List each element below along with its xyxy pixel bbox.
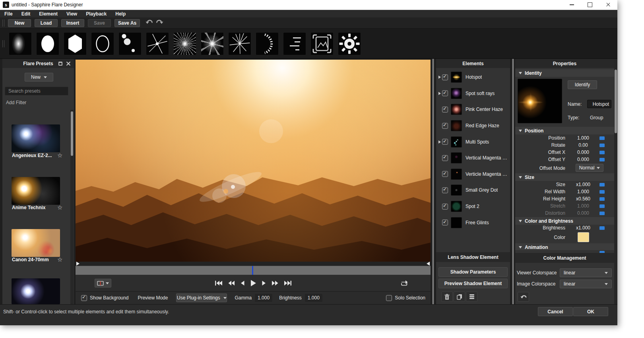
window-minimize-button[interactable] [563, 0, 581, 10]
range-marker-strip[interactable] [76, 262, 431, 266]
fast-forward-button[interactable] [272, 280, 279, 286]
expand-arrow-icon[interactable] [438, 140, 441, 144]
element-visibility-checkbox[interactable] [442, 187, 448, 193]
duplicate-element-button[interactable] [454, 291, 465, 302]
element-row[interactable]: Vertical Magenta Dots [436, 150, 510, 166]
add-filter-link[interactable]: Add Filter [6, 100, 26, 105]
timeline-track[interactable] [76, 266, 431, 275]
load-button[interactable]: Load [35, 19, 58, 27]
show-background-checkbox[interactable] [81, 295, 87, 301]
settings-gear-icon[interactable] [338, 32, 361, 55]
element-visibility-checkbox[interactable] [442, 139, 448, 145]
elements-properties-splitter[interactable] [512, 59, 514, 304]
preset-thumbnail[interactable] [12, 229, 60, 257]
element-visibility-checkbox[interactable] [442, 204, 448, 210]
element-row[interactable]: Pink Center Haze [436, 101, 510, 118]
ring-element-icon[interactable] [91, 32, 114, 55]
preset-new-dropdown[interactable]: New [25, 73, 53, 82]
color-brightness-section-header[interactable]: Color and Brightness [515, 217, 614, 225]
color-swatch[interactable] [578, 232, 589, 242]
shadow-parameters-button[interactable]: Shadow Parameters [438, 267, 508, 277]
glow-element-icon[interactable] [9, 32, 32, 55]
playhead[interactable] [252, 266, 253, 275]
element-row[interactable]: Red Edge Haze [436, 118, 510, 134]
element-visibility-checkbox[interactable] [442, 220, 448, 225]
param-value[interactable]: 1.000 [570, 189, 596, 194]
param-value[interactable]: x1.000 [570, 182, 596, 187]
panel-close-icon[interactable] [66, 61, 71, 66]
glint-element-icon[interactable] [146, 32, 169, 55]
window-close-button[interactable] [599, 0, 617, 10]
circle-element-icon[interactable] [36, 32, 59, 55]
menu-playback[interactable]: Playback [81, 11, 111, 17]
float-panel-icon[interactable] [58, 61, 63, 66]
preview-mode-dropdown[interactable]: Use Plug-in Settings [176, 293, 227, 302]
name-field[interactable]: Hotspot [587, 100, 611, 108]
identity-section-header[interactable]: Identity [515, 69, 614, 77]
element-visibility-checkbox[interactable] [442, 155, 448, 161]
hexagon-element-icon[interactable] [64, 32, 87, 55]
preset-name[interactable]: Anime Technix [12, 205, 56, 210]
group-elements-button[interactable] [466, 291, 477, 302]
element-row[interactable]: Verticle Magenta Orange ... [436, 166, 510, 183]
size-section-header[interactable]: Size [515, 173, 614, 181]
param-value[interactable]: x0.560 [570, 196, 596, 202]
streaks-element-icon[interactable] [283, 32, 306, 55]
image-colorspace-dropdown[interactable]: linear [560, 280, 612, 288]
expand-arrow-icon[interactable] [438, 92, 441, 95]
preset-thumbnail[interactable] [12, 278, 60, 304]
ok-button[interactable]: OK [573, 307, 608, 316]
keyframe-button[interactable] [599, 190, 605, 194]
element-row[interactable]: Small Grey Dot [436, 182, 510, 198]
rays-element-icon[interactable] [173, 32, 196, 55]
element-row[interactable]: Multi Spots [436, 134, 510, 150]
keyframe-button[interactable] [599, 197, 605, 201]
preset-thumbnail[interactable] [12, 177, 60, 205]
keyframe-button[interactable] [599, 183, 605, 186]
rewind-button[interactable] [228, 280, 235, 286]
keyframe-button[interactable] [599, 212, 605, 215]
position-section-header[interactable]: Position [515, 127, 614, 134]
undo-icon[interactable] [145, 19, 153, 27]
param-value[interactable]: 0.000 [570, 150, 596, 155]
delete-element-button[interactable] [441, 291, 453, 302]
element-row[interactable]: Free Glints [436, 214, 510, 231]
jump-to-start-button[interactable] [215, 280, 223, 286]
param-value[interactable]: x1.000 [570, 225, 596, 231]
keyframe-button[interactable] [599, 226, 605, 230]
viewer-brightness-value-field[interactable]: 1.000 [305, 294, 322, 302]
spikes-element-icon[interactable] [228, 32, 251, 55]
new-button[interactable]: New [8, 19, 31, 27]
flare-preview-viewport[interactable] [76, 60, 431, 262]
properties-scrollbar-thumb[interactable] [615, 70, 617, 133]
spots-element-icon[interactable] [118, 32, 142, 55]
background-image-icon[interactable] [310, 32, 334, 55]
keyframe-button[interactable] [599, 144, 605, 147]
step-back-button[interactable] [240, 280, 245, 286]
param-value[interactable]: 1.000 [570, 135, 596, 141]
preview-shadow-element-button[interactable]: Preview Shadow Element [438, 279, 508, 288]
element-visibility-checkbox[interactable] [442, 171, 448, 177]
menu-help[interactable]: Help [111, 11, 130, 17]
preset-name[interactable]: Angenieux EZ-2... [12, 153, 56, 158]
favorite-star-icon[interactable]: ☆ [57, 204, 62, 211]
cancel-button[interactable]: Cancel [538, 307, 573, 316]
soft-rays-element-icon[interactable] [201, 32, 224, 55]
keyframe-button[interactable] [599, 136, 605, 140]
param-value[interactable]: 0.000 [570, 157, 596, 162]
properties-scrollbar[interactable] [614, 59, 617, 304]
in-point-marker-icon[interactable] [76, 262, 80, 266]
insert-button[interactable]: Insert [61, 19, 84, 27]
keyframe-button[interactable] [599, 158, 605, 161]
param-value[interactable]: 0.00 [570, 142, 596, 148]
menu-element[interactable]: Element [35, 11, 62, 17]
element-visibility-checkbox[interactable] [442, 107, 448, 113]
presets-scrollbar[interactable] [70, 110, 74, 304]
offset-mode-dropdown[interactable]: Normal [576, 164, 603, 172]
toolbar-grip[interactable] [2, 19, 4, 27]
element-row[interactable]: Spot soft rays [436, 85, 510, 102]
viewer-elements-splitter[interactable] [432, 59, 434, 304]
preset-name[interactable]: Canon 24-70mm [12, 257, 56, 262]
window-maximize-button[interactable] [581, 0, 599, 10]
redo-icon[interactable] [156, 19, 163, 27]
